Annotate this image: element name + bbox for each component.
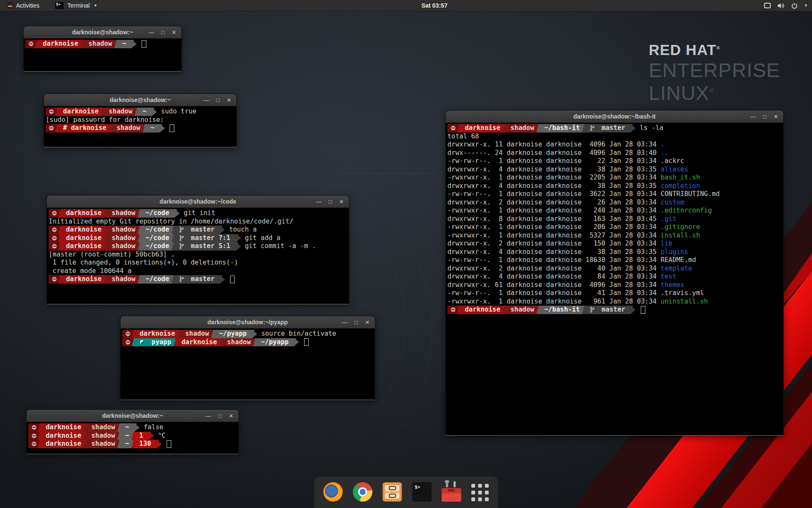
chevron-down-icon[interactable]: ▼ [804,3,808,8]
power-icon[interactable] [791,3,798,9]
terminal-window-home-2[interactable]: darknoise@shadow:~—□✕darknoiseshadow~ fa… [26,409,239,454]
activities-button[interactable]: Activities [3,0,43,11]
volume-icon[interactable] [777,3,785,9]
files-icon[interactable] [383,482,402,502]
prompt-segment-user: darknoise [460,124,505,133]
terminal-window-code[interactable]: darknoise@shadow:~/code—□✕darknoiseshado… [47,195,349,304]
terminal-text: drwxrwxr-x. 2 darknoise darknoise 26 Jan… [447,199,661,207]
terminal-content[interactable]: darknoiseshadow~ falsedarknoiseshadow~1 … [27,422,239,455]
prompt-segment-host: shadow [86,440,120,448]
terminal-line: # darknoiseshadow~ [46,124,236,133]
terminal-line: -rw-rw-r--. 1 darknoise darknoise 18630 … [447,256,783,265]
prompt-segment-path: ~ [145,124,159,133]
prompt-segment-user: darknoise [41,423,86,432]
minimize-button[interactable]: — [342,320,347,325]
minimize-button[interactable]: — [316,199,321,204]
terminal-content[interactable]: darknoiseshadow~ [24,39,181,72]
close-button[interactable]: ✕ [365,320,370,325]
terminal-text: git commit -a -m . [241,242,316,251]
git-branch-icon [179,243,184,249]
minimize-button[interactable]: — [206,413,211,419]
prompt-segment-user: darknoise [41,440,86,448]
minimize-button[interactable]: — [148,30,154,35]
terminal-text: drwxrwxr-x. 4 darknoise darknoise 38 Jan… [447,248,661,257]
window-titlebar[interactable]: darknoise@shadow:~/bash-it—□✕ [446,110,783,123]
terminal-line: -rw-rw-r--. 1 darknoise darknoise 3622 J… [447,190,783,199]
prompt-segment-path: ~/code [140,234,174,243]
terminal-cursor [167,440,171,448]
terminal-line: total 68 [447,133,783,141]
close-button[interactable]: ✕ [227,97,231,103]
prompt-segment-user: darknoise [176,338,222,347]
minimize-button[interactable]: — [750,114,756,119]
terminal-text: .git [661,215,676,224]
terminal-text: template [661,265,692,273]
window-titlebar[interactable]: darknoise@shadow:~—□✕ [24,26,181,39]
terminal-content[interactable]: darknoiseshadow~/bash-it master ls -lato… [446,123,783,436]
prompt-segment-host: shadow [107,275,140,284]
close-button[interactable]: ✕ [774,114,778,119]
terminal-text: . [661,141,664,149]
terminal-text: -rwxrwxr-x. 1 darknoise darknoise 2205 J… [447,174,661,182]
terminal-text [299,338,303,347]
maximize-button[interactable]: □ [354,320,358,325]
terminal-line: drwxrwxr-x. 2 darknoise darknoise 40 Jan… [447,265,783,273]
firefox-icon[interactable] [324,482,343,502]
maximize-button[interactable]: □ [218,413,222,419]
app-menu-terminal[interactable]: $> Terminal ▼ [52,0,100,11]
terminal-line: drwxrwxr-x. 4 darknoise darknoise 38 Jan… [447,248,783,257]
terminal-window-sudo[interactable]: darknoise@shadow:~—□✕darknoiseshadow~ su… [44,94,237,147]
terminal-text: false [140,423,163,432]
activities-label: Activities [16,2,39,9]
close-button[interactable]: ✕ [229,413,233,419]
prompt-segment-user: darknoise [61,226,107,234]
maximize-button[interactable]: □ [216,97,219,103]
toolbox-icon[interactable] [442,483,461,502]
app-grid-icon[interactable] [472,484,489,501]
terminal-line: drwxrwxr-x. 61 darknoise darknoise 4096 … [447,281,783,290]
terminal-line: -rw-rw-r--. 1 darknoise darknoise 22 Jan… [447,157,783,166]
terminal-window-home-1[interactable]: darknoise@shadow:~—□✕darknoiseshadow~ [23,26,182,72]
terminal-text: .gitignore [661,223,700,232]
window-titlebar[interactable]: darknoise@shadow:~/pyapp—□✕ [121,316,375,329]
window-titlebar[interactable]: darknoise@shadow:~—□✕ [44,94,236,106]
prompt-segment-path: ~/pyapp [256,338,294,347]
terminal-content[interactable]: darknoiseshadow~/code git initInitialize… [47,208,349,305]
terminal-line: darknoiseshadow~/code master [49,275,349,284]
prompt-segment-user: darknoise [460,306,505,314]
drawer [385,485,400,491]
terminal-line: darknoiseshadow~/code master touch a [49,226,349,234]
terminal-text: git add a [241,234,280,243]
window-title: darknoise@shadow:~ [102,412,163,419]
terminal-text: lib [661,240,672,248]
terminal-window-bash-it[interactable]: darknoise@shadow:~/bash-it—□✕darknoisesh… [445,110,784,436]
terminal-content[interactable]: darknoiseshadow~/pyapp source bin/activa… [121,329,375,401]
clock[interactable]: Sat 03:57 [421,2,447,9]
terminal-line: drwxrwxr-x. 4 darknoise darknoise 38 Jan… [447,182,783,190]
terminal-cursor [304,338,309,346]
chrome-icon[interactable] [353,482,373,502]
maximize-button[interactable]: □ [161,30,165,35]
terminal-line: create mode 100644 a [49,267,349,276]
prompt-segment-path: ~/bash-it [539,124,585,133]
logo-enterprise-text: ENTERPRISE [649,60,780,80]
maximize-button[interactable]: □ [763,114,766,119]
terminal-content[interactable]: darknoiseshadow~ sudo true[sudo] passwor… [44,106,236,148]
close-button[interactable]: ✕ [339,199,344,204]
prompt-segment-git-branch: master ?:1 [174,234,236,243]
prompt-segment-host: shadow [107,226,140,234]
terminal-window-pyapp[interactable]: darknoise@shadow:~/pyapp—□✕darknoiseshad… [120,316,375,400]
window-title: darknoise@shadow:~ [110,97,171,103]
window-titlebar[interactable]: darknoise@shadow:~/code—□✕ [47,196,349,208]
window-titlebar[interactable]: darknoise@shadow:~—□✕ [27,410,239,422]
minimize-button[interactable]: — [203,97,209,103]
prompt-segment-path: ~ [117,40,131,48]
terminal-icon[interactable]: $> [412,482,432,502]
terminal-cursor [142,40,146,48]
maximize-button[interactable]: □ [329,199,332,204]
prompt-segment-git-branch: master [174,226,219,234]
terminal-text: bash_it.sh [661,174,700,182]
display-icon[interactable] [764,3,771,9]
terminal-line: darknoiseshadow~/code master S:1 git com… [49,242,349,251]
close-button[interactable]: ✕ [172,30,176,35]
